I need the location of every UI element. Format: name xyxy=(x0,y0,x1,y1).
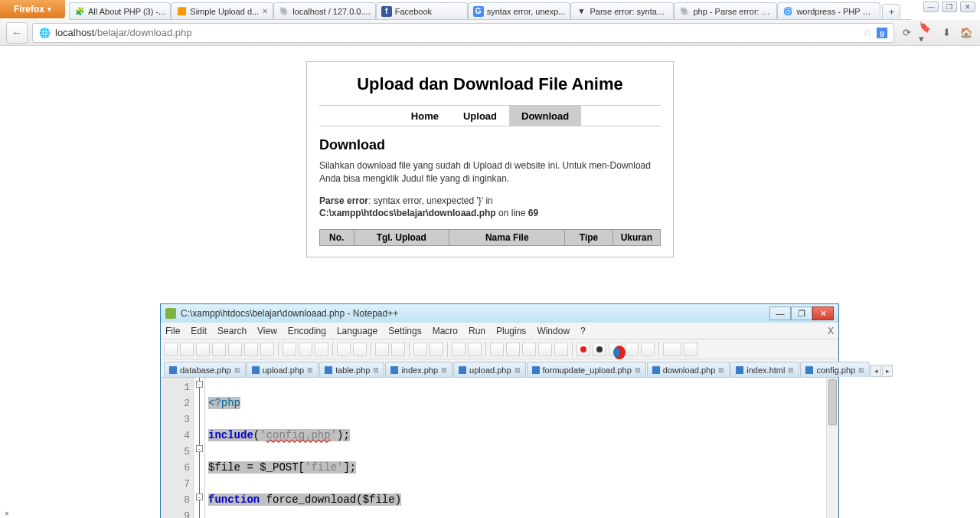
tab-label: syntax error, unexp... xyxy=(487,7,566,16)
tab-label: wordpress - PHP er... xyxy=(796,7,875,16)
tab-bar: 🧩All About PHP (3) -... 🟧Simple Upload d… xyxy=(69,0,911,20)
tool-savemacro-icon[interactable] xyxy=(641,343,655,356)
tool-play-icon[interactable] xyxy=(609,343,622,356)
tool-indent-icon[interactable] xyxy=(522,343,536,356)
fold-box-icon[interactable]: - xyxy=(196,445,203,452)
tool-userlang-icon[interactable] xyxy=(538,343,552,356)
favicon: G xyxy=(473,6,484,17)
tab-2[interactable]: 🐘localhost / 127.0.0.... xyxy=(273,2,376,19)
menu-macro[interactable]: Macro xyxy=(433,326,458,336)
back-button[interactable]: ← xyxy=(6,22,28,44)
npp-file-tabs: database.php⊠ upload.php⊠ table.php⊠ ind… xyxy=(161,359,838,378)
vertical-scrollbar[interactable] xyxy=(826,378,838,518)
npp-menu-close-icon[interactable]: X xyxy=(828,326,834,336)
tool-save-icon[interactable] xyxy=(196,343,210,356)
firefox-menu-button[interactable]: Firefox xyxy=(0,0,65,18)
file-tab-table[interactable]: table.php⊠ xyxy=(319,362,384,377)
tab-4[interactable]: Gsyntax error, unexp... xyxy=(468,2,571,19)
tool-record-icon[interactable] xyxy=(577,343,590,356)
fold-box-icon[interactable]: - xyxy=(196,381,203,388)
file-tab-config[interactable]: config.php⊠ xyxy=(800,362,870,377)
tab-close-icon[interactable]: ✕ xyxy=(262,7,268,15)
url-input[interactable]: 🌐 localhost/belajar/download.php ☆ g xyxy=(32,23,894,43)
tool-playrepeat-icon[interactable] xyxy=(625,343,639,356)
tool-cut-icon[interactable] xyxy=(283,343,296,356)
tool-print-icon[interactable] xyxy=(260,343,274,356)
file-tab-index[interactable]: index.php⊠ xyxy=(385,362,452,377)
tool-misc-icon[interactable] xyxy=(684,343,697,356)
menu-plugins[interactable]: Plugins xyxy=(496,326,526,336)
tool-zoomin-icon[interactable] xyxy=(413,343,427,356)
bookmarks-menu-icon[interactable]: 🔖▾ xyxy=(919,25,934,41)
tab-1[interactable]: 🟧Simple Upload d...✕ xyxy=(171,2,273,19)
menu-view[interactable]: View xyxy=(257,326,277,336)
bookmark-star-icon[interactable]: ☆ xyxy=(863,27,872,38)
tab-0[interactable]: 🧩All About PHP (3) -... xyxy=(69,2,171,19)
npp-close-button[interactable]: ✕ xyxy=(812,307,834,320)
npp-editor[interactable]: 1234567891011 - - - <?php include('confi… xyxy=(161,378,838,518)
tool-allchars-icon[interactable] xyxy=(506,343,520,356)
tool-paste-icon[interactable] xyxy=(315,343,328,356)
new-tab-button[interactable]: + xyxy=(882,4,900,19)
tool-redo-icon[interactable] xyxy=(353,343,367,356)
npp-minimize-button[interactable]: — xyxy=(769,307,791,320)
code-area[interactable]: <?php include('config.php'); $file = $_P… xyxy=(205,378,838,518)
file-tab-scroll: ◂ ▸ xyxy=(871,365,893,377)
tab-label: localhost / 127.0.0.... xyxy=(292,7,371,16)
tool-new-icon[interactable] xyxy=(164,343,178,356)
tool-folder-icon[interactable] xyxy=(554,343,568,356)
menu-search[interactable]: Search xyxy=(217,326,247,336)
file-tab-formupdate[interactable]: formupdate_upload.php⊠ xyxy=(527,362,646,377)
page-content: Upload dan Download File Anime Home Uplo… xyxy=(0,46,980,518)
tab-5[interactable]: ▼Parse error: syntax ... xyxy=(570,2,674,19)
menu-window[interactable]: Window xyxy=(537,326,570,336)
tool-wrap-icon[interactable] xyxy=(490,343,504,356)
nav-download[interactable]: Download xyxy=(509,106,581,126)
tool-sync-h-icon[interactable] xyxy=(468,343,482,356)
nav-home[interactable]: Home xyxy=(399,106,451,126)
tool-replace-icon[interactable] xyxy=(391,343,405,356)
menu-settings[interactable]: Settings xyxy=(388,326,421,336)
menu-help[interactable]: ? xyxy=(580,326,586,336)
tool-closeall-icon[interactable] xyxy=(244,343,258,356)
tool-undo-icon[interactable] xyxy=(337,343,351,356)
fold-box-icon[interactable]: - xyxy=(196,493,203,500)
downloads-icon[interactable]: ⬇ xyxy=(939,25,954,41)
menu-run[interactable]: Run xyxy=(469,326,485,336)
tab-7[interactable]: 🌀wordpress - PHP er... xyxy=(777,2,880,19)
nav-upload[interactable]: Upload xyxy=(451,106,509,126)
menu-encoding[interactable]: Encoding xyxy=(288,326,326,336)
status-close-icon[interactable]: × xyxy=(5,510,9,518)
minimize-button[interactable]: — xyxy=(923,2,939,12)
file-tab-upload[interactable]: upload.php⊠ xyxy=(247,362,318,377)
tool-saveall-icon[interactable] xyxy=(212,343,226,356)
tool-stop-icon[interactable] xyxy=(593,343,606,356)
reload-button[interactable]: ⟳ xyxy=(899,25,914,41)
file-tab-download[interactable]: download.php⊠ xyxy=(647,362,730,377)
tool-spellcheck-icon[interactable] xyxy=(663,343,681,356)
file-tab-indexhtml[interactable]: index.html⊠ xyxy=(730,362,799,377)
menu-edit[interactable]: Edit xyxy=(191,326,207,336)
menu-language[interactable]: Language xyxy=(337,326,377,336)
file-tab-database[interactable]: database.php⊠ xyxy=(164,362,246,377)
th-ukuran: Ukuran xyxy=(612,230,660,246)
file-tab-upload2[interactable]: upload.php⊠ xyxy=(453,362,525,377)
close-button[interactable]: ✕ xyxy=(960,2,975,12)
maximize-button[interactable]: ❐ xyxy=(942,2,957,12)
tool-open-icon[interactable] xyxy=(180,343,194,356)
tab-scroll-right-icon[interactable]: ▸ xyxy=(882,365,893,377)
tab-6[interactable]: 🐘php - Parse error: s... xyxy=(674,2,777,19)
tab-scroll-left-icon[interactable]: ◂ xyxy=(871,365,881,377)
tool-copy-icon[interactable] xyxy=(299,343,312,356)
home-button[interactable]: 🏠 xyxy=(959,25,974,41)
tool-find-icon[interactable] xyxy=(375,343,389,356)
tool-sync-v-icon[interactable] xyxy=(452,343,466,356)
tool-close-icon[interactable] xyxy=(228,343,242,356)
scrollbar-thumb[interactable] xyxy=(828,379,837,425)
tool-zoomout-icon[interactable] xyxy=(430,343,443,356)
npp-maximize-button[interactable]: ❐ xyxy=(791,307,812,320)
menu-file[interactable]: File xyxy=(165,326,180,336)
npp-titlebar[interactable]: C:\xampp\htdocs\belajar\downloaad.php - … xyxy=(161,304,838,323)
tab-3[interactable]: fFacebook xyxy=(376,2,468,19)
google-search-icon[interactable]: g xyxy=(877,28,887,38)
